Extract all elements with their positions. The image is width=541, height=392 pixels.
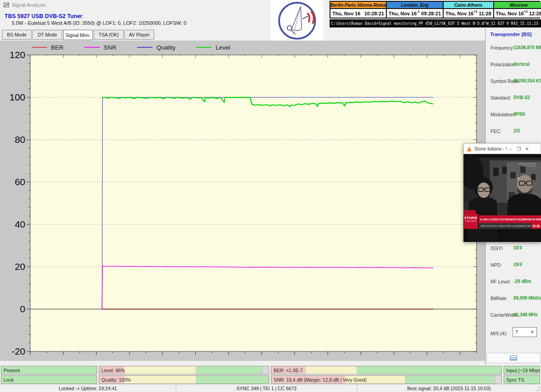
sidebar-row-value: 35290,554 KS/s bbox=[513, 78, 541, 83]
vlc-titlebar[interactable]: Storie italiane - VL... – ❐ ✕ bbox=[463, 143, 541, 154]
clock-london-eng: London, EngThu, Nov 16-109:28:21 bbox=[387, 2, 443, 18]
meter-level: Level: 96% bbox=[99, 366, 269, 374]
tuner-details: 5.0W - Eutelsat 5 West A/B (ID: 3550) @ … bbox=[12, 20, 186, 26]
meter-lock: Lock bbox=[1, 375, 97, 384]
meter-present: Present bbox=[1, 366, 97, 374]
clock-time-value: 12:28 bbox=[529, 11, 541, 16]
tab-signal-mon-[interactable]: Signal Mon. bbox=[63, 30, 93, 40]
sidebar-row-label: RF Level: bbox=[491, 279, 511, 284]
sidebar-row: RF Level:-29 dBm bbox=[486, 279, 541, 285]
statusbar-section: Best signal: 20,4 dB (2023-11-15 10:03) bbox=[357, 385, 541, 392]
meter-quality: Quality: 100% bbox=[99, 375, 269, 384]
meter-input-19-mbps-: Input (~19 Mbps) bbox=[504, 366, 540, 374]
y-axis-label: 100 bbox=[9, 92, 25, 102]
meter-unfilled bbox=[495, 376, 501, 383]
sidebar-row-label: BitRate: bbox=[491, 296, 507, 301]
sidebar-row-value: 8PSK bbox=[513, 112, 525, 117]
sidebar-row-value: 2/3 bbox=[513, 128, 520, 133]
y-axis-label: 80 bbox=[15, 134, 25, 145]
sidebar-row: Modulation:8PSK bbox=[486, 112, 541, 118]
clock-moscow: MoscowThu, Nov 16+212:28 bbox=[494, 2, 541, 18]
signal-chart: 120100806040200-20 bbox=[0, 41, 485, 361]
minimize-button[interactable]: – bbox=[507, 146, 515, 151]
mis-dropdown[interactable]: 7 ▼ bbox=[513, 327, 537, 337]
window-title: Signal Analyzer bbox=[12, 2, 46, 8]
vlc-window: Storie italiane - VL... – ❐ ✕ bbox=[463, 143, 541, 242]
clock-utc-offset: +2 bbox=[524, 9, 528, 14]
clock-date: Thu, Nov 16 bbox=[445, 11, 473, 16]
vlc-window-title: Storie italiane - VL... bbox=[474, 146, 507, 151]
sidebar-row: NPD:OFF bbox=[486, 262, 541, 269]
meter-sync-ts: Sync TS bbox=[504, 375, 540, 384]
ticker-tag bbox=[464, 210, 476, 214]
sidebar-row-label: Frequency: bbox=[491, 45, 514, 50]
sidebar-row: ISSYIOFF bbox=[486, 246, 541, 252]
statusbar-section: SYNC 349 | TEI 1 | CC 6673 bbox=[176, 385, 357, 392]
ticker-time: 10:28 bbox=[531, 223, 541, 229]
sidebar-row-value: 42,348 MHz bbox=[513, 312, 538, 317]
sidebar-row: Polarization:Vertical bbox=[486, 62, 541, 68]
chevron-down-icon: ▼ bbox=[530, 330, 534, 334]
tab-bar: BS ModeDT ModeSignal Mon.TSA (OK)AV Play… bbox=[2, 30, 154, 40]
meter-label: Present bbox=[4, 368, 20, 373]
sidebar-row-value: Vertical bbox=[513, 62, 530, 67]
sidebar-row: Symbol Rate:35290,554 KS/s bbox=[486, 78, 541, 85]
clock-time-row: Thu, Nov 16-109:28:21 bbox=[387, 9, 443, 18]
sidebar-row-value: 69,909 Mbit/s bbox=[513, 296, 541, 301]
meter-label: Quality: 100% bbox=[101, 377, 131, 383]
tab-bs-mode[interactable]: BS Mode bbox=[2, 30, 32, 40]
sidebar-row: CarrierWidth:42,348 MHz bbox=[486, 312, 541, 319]
clock-date: Thu, Nov 16 bbox=[496, 11, 524, 16]
vlc-cone-icon bbox=[467, 146, 472, 151]
status-bar: Locked -> Uptime: 24:24:41SYNC 349 | TEI… bbox=[0, 384, 541, 392]
sidebar-bottom-button[interactable] bbox=[486, 353, 541, 363]
clock-date: Thu, Nov 16 bbox=[332, 11, 364, 16]
mis-value: 7 bbox=[515, 329, 518, 335]
sidebar-row: Standard:DVB-S2 bbox=[486, 95, 541, 101]
sidebar-row-value: OFF bbox=[513, 262, 523, 267]
meter-label: BER: <1.0E-7 bbox=[274, 368, 303, 373]
vlc-video-area[interactable]: STORIE ITALIANE IL GIALLO DEGLI EX FIDAN… bbox=[463, 154, 541, 242]
sidebar-title: Transponder [BS] bbox=[490, 32, 532, 37]
signal-chart-panel: BERSNRQualityLevel 120100806040200-20 bbox=[0, 41, 485, 361]
meter-snr: SNR: 19,4 dB (Margin: 12,8 dB | Very Goo… bbox=[271, 375, 502, 384]
clock-utc-offset: -1 bbox=[417, 9, 420, 14]
ticker-subline: I GENITORI DI FILIPPO: «ERA UN TIMIDO, N… bbox=[479, 223, 531, 229]
meter-label: Input (~19 Mbps) bbox=[506, 368, 540, 373]
meter-gradient bbox=[271, 366, 501, 374]
y-axis-label: 60 bbox=[15, 177, 25, 187]
meter-label: Lock bbox=[4, 377, 14, 383]
tab-dt-mode[interactable]: DT Mode bbox=[32, 30, 62, 40]
y-axis-label: 120 bbox=[9, 50, 25, 60]
maximize-button[interactable]: ❐ bbox=[515, 146, 523, 151]
list-icon bbox=[510, 356, 517, 360]
window-titlebar[interactable]: Signal Analyzer bbox=[0, 0, 270, 12]
tuner-name: TBS 5927 USB DVB-S2 Tuner bbox=[5, 13, 83, 19]
world-clocks: Berlin-Paris-Vienna-RomaThu, Nov 1610:28… bbox=[330, 1, 540, 18]
sidebar-row-label: FEC: bbox=[491, 128, 501, 134]
sidebar-row-label: Modulation: bbox=[491, 112, 515, 117]
clock-time-value: 09:28:21 bbox=[421, 11, 441, 16]
tab-tsa-ok-[interactable]: TSA (OK) bbox=[94, 30, 124, 40]
clock-city-label: Berlin-Paris-Vienna-Roma bbox=[330, 2, 386, 9]
sidebar-row: BitRate:69,909 Mbit/s bbox=[486, 296, 541, 302]
meter-unfilled bbox=[262, 366, 269, 374]
sidebar-row-value: -29 dBm bbox=[513, 279, 531, 284]
statusbar-section: Locked -> Uptime: 24:24:41 bbox=[0, 385, 176, 392]
console-line: C:\Users\Roman Dávid>Signal monitoring_P… bbox=[330, 19, 541, 27]
sidebar-row-label: Polarization: bbox=[491, 62, 517, 67]
channel-logo: STORIE ITALIANE bbox=[464, 214, 478, 229]
resize-grip-icon[interactable] bbox=[535, 386, 541, 392]
clock-city-label: London, Eng bbox=[387, 2, 443, 9]
clock-time-value: 10:28:21 bbox=[364, 11, 384, 16]
y-axis-label: 40 bbox=[15, 219, 25, 229]
close-button[interactable]: ✕ bbox=[523, 146, 531, 151]
ticker-headline: IL GIALLO DEGLI EX FIDANZATI SCOMPARSI I… bbox=[479, 215, 541, 223]
clock-time-value: 11:28 bbox=[479, 11, 491, 16]
tab-av-player[interactable]: AV Player bbox=[124, 30, 154, 40]
meter-label: Level: 96% bbox=[101, 368, 125, 373]
sidebar-row: Frequency:11636,870 MHz bbox=[486, 45, 541, 51]
y-axis-label: 0 bbox=[20, 304, 25, 314]
clock-date: Thu, Nov 16 bbox=[389, 11, 417, 16]
clock-time-row: Thu, Nov 16+111:28 bbox=[444, 9, 493, 18]
